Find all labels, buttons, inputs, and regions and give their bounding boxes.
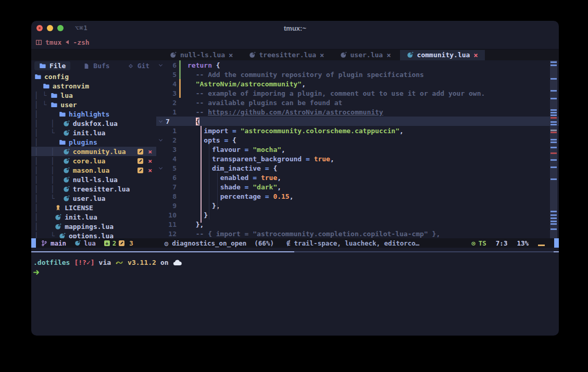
tree-item-duskfox.lua[interactable]: │ │ duskfox.lua: [31, 119, 156, 128]
code-line[interactable]: 8 percentage = 0.15,: [156, 191, 559, 201]
minimap-mark: [551, 114, 557, 116]
git-branch[interactable]: main: [41, 239, 66, 247]
titlebar[interactable]: ⌥⌘1 tmux:~: [31, 21, 559, 35]
minimap-mark: [551, 117, 557, 119]
sign-column: [179, 163, 183, 173]
tree-item-lua[interactable]: │ └ lua: [31, 91, 156, 100]
tree-item-treesitter.lua[interactable]: │ │ treesitter.lua: [31, 184, 156, 194]
sign-column: [179, 135, 183, 145]
minimap-mark: [551, 214, 557, 216]
terminal-tab-shell[interactable]: -zsh: [73, 39, 89, 46]
code-line[interactable]: 4 "AstroNvim/astrocommunity",: [156, 79, 559, 88]
code-line[interactable]: 7 {: [156, 117, 559, 126]
close-buffer-icon[interactable]: ×: [320, 51, 324, 59]
lua-file-icon: [63, 130, 70, 136]
code-line[interactable]: 7 shade = "dark",: [156, 182, 559, 191]
minimap-scrollbar[interactable]: [550, 60, 557, 238]
code-text: -- { import = "astrocommunity.completion…: [183, 230, 440, 238]
fold-column[interactable]: [156, 139, 165, 142]
tree-item-mason.lua[interactable]: │ │ mason.lua×: [31, 165, 156, 175]
code-line[interactable]: 11 },: [156, 220, 559, 229]
tree-item-highlights[interactable]: │ highlights: [31, 109, 156, 119]
terminal-tab-session[interactable]: tmux: [45, 39, 61, 46]
code-line[interactable]: 5 dim_inactive = {: [156, 163, 559, 173]
python-version: v3.11.2: [128, 259, 156, 266]
sign-column: [179, 229, 183, 238]
code-line[interactable]: 2 opts = {: [156, 135, 559, 145]
line-number: 9: [165, 202, 179, 210]
code-editor[interactable]: 6return {5 -- Add the community reposito…: [156, 60, 559, 238]
tree-item-plugins[interactable]: │ plugins: [31, 137, 156, 147]
tree-item-label: astronvim: [53, 82, 89, 90]
code-line[interactable]: 12 -- { import = "astrocommunity.complet…: [156, 229, 559, 238]
sidebar-tab-git[interactable]: Git: [123, 61, 154, 70]
sidebar-tab-bufs[interactable]: Bufs: [79, 61, 114, 70]
filetype-indicator: lua: [74, 239, 96, 247]
sidebar-tab-file[interactable]: File: [34, 61, 70, 70]
tree-indent: │ │: [34, 148, 63, 156]
unstaged-icon: ×: [148, 158, 152, 164]
tree-item-core.lua[interactable]: │ │ core.lua×: [31, 156, 156, 165]
tree-item-options.lua[interactable]: │ └ options.lua: [31, 231, 156, 238]
prompt-on: on: [160, 259, 169, 266]
sign-column: [179, 173, 183, 182]
close-buffer-icon[interactable]: ×: [229, 51, 233, 59]
folder-icon: [59, 139, 66, 146]
minimap-mark: [551, 139, 557, 140]
block-cursor: {: [196, 118, 200, 125]
tree-item-label: mason.lua: [73, 166, 109, 174]
code-line[interactable]: 1 import = "astrocommunity.colorscheme.c…: [156, 126, 559, 135]
tree-item-label: user: [60, 101, 77, 109]
python-snake-icon: [115, 259, 123, 266]
code-line[interactable]: 2 -- available plugins can be found at: [156, 98, 559, 107]
tree-indent: [34, 82, 43, 90]
shell-pane[interactable]: .dotfiles [!?✓] via v3.11.2 on: [31, 253, 559, 322]
tmux-pane-border[interactable]: [31, 248, 559, 253]
lua-file-icon: [63, 195, 70, 202]
code-line[interactable]: 6return {: [156, 60, 559, 70]
code-line[interactable]: 1 -- https://github.com/AstroNvim/astroc…: [156, 107, 559, 117]
tree-item-init.lua[interactable]: │ └ init.lua: [31, 128, 156, 137]
tmux-icon: [35, 39, 42, 46]
tree-item-config[interactable]: config: [31, 72, 156, 81]
statusline-right: ⊙ TS 7:3 13%: [471, 238, 559, 248]
code-line[interactable]: 5 -- Add the community repository of plu…: [156, 70, 559, 79]
buffer-tab-null-ls.lua[interactable]: null-ls.lua×: [163, 50, 240, 60]
tree-item-community.lua[interactable]: │ │ community.lua×: [31, 147, 156, 156]
buffer-tab-treesitter.lua[interactable]: treesitter.lua×: [242, 50, 331, 60]
git-status-counts: + 2 3: [104, 239, 133, 247]
neotree-sidebar: FileBufsGit config astronvim│ └ lua│ └ u…: [31, 60, 156, 238]
prompt-input-line[interactable]: [33, 267, 559, 277]
code-line[interactable]: 6 enabled = true,: [156, 173, 559, 182]
gitsign-change: [179, 88, 181, 98]
buffer-tab-user.lua[interactable]: user.lua×: [333, 50, 398, 60]
minimap-mark: [551, 142, 557, 143]
indent-guide: [209, 145, 209, 220]
fold-column[interactable]: [156, 167, 165, 170]
fold-column[interactable]: [156, 120, 165, 123]
tree-item-user.lua[interactable]: │ └ user.lua: [31, 194, 156, 203]
tree-item-mappings.lua[interactable]: │ mappings.lua: [31, 222, 156, 231]
code-line[interactable]: 10 }: [156, 210, 559, 220]
tree-item-user[interactable]: │ └ user: [31, 100, 156, 109]
code-line[interactable]: 4 transparent_background = true,: [156, 154, 559, 163]
tree-item-astronvim[interactable]: astronvim: [31, 81, 156, 91]
close-buffer-icon[interactable]: ×: [386, 51, 391, 59]
buffer-tab-label: treesitter.lua: [259, 51, 317, 59]
tree-item-init.lua[interactable]: │ init.lua: [31, 212, 156, 222]
buffer-tab-community.lua[interactable]: community.lua×: [400, 50, 485, 60]
code-line[interactable]: 9 },: [156, 201, 559, 210]
minimize-window-button[interactable]: [47, 25, 53, 31]
unstaged-icon: ×: [148, 148, 152, 155]
lua-icon: [74, 240, 81, 246]
tree-item-LICENSE[interactable]: │ LICENSE: [31, 203, 156, 212]
line-number: 6: [165, 61, 179, 69]
code-line[interactable]: 3 flavour = "mocha",: [156, 145, 559, 154]
zoom-window-button[interactable]: [57, 25, 64, 31]
close-buffer-icon[interactable]: ×: [473, 51, 478, 59]
close-window-button[interactable]: [36, 25, 43, 31]
tree-item-null-ls.lua[interactable]: │ │ null-ls.lua: [31, 175, 156, 184]
sources-list: trail-space, luacheck, editorco…: [294, 239, 419, 247]
code-line[interactable]: 3 -- example of imporing a plugin, comme…: [156, 88, 559, 98]
fold-column[interactable]: [156, 64, 165, 67]
